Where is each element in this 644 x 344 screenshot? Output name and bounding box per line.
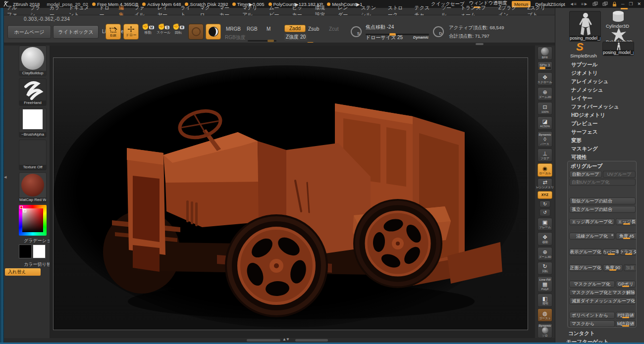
scale-button[interactable]: ✊S スケール [157, 24, 171, 35]
tool-posing-small-slot[interactable]: posing_model_p [602, 42, 634, 56]
bottom-scroll-handle[interactable] [247, 339, 280, 342]
cluster-slider[interactable]: クラスタ [620, 248, 637, 255]
lightbox-button[interactable]: ライトボックス [53, 25, 99, 39]
move3d-button[interactable]: ✥移動 [537, 232, 552, 246]
section-deformation[interactable]: 変形 [571, 137, 582, 144]
merge-stray-groups-button[interactable]: 孤立グループの結合 [569, 206, 636, 213]
aahalf-button[interactable]: ◪AC50% [537, 116, 552, 130]
close-button[interactable]: ✕ [637, 1, 641, 6]
scroll-arrows-icon[interactable]: ▲▼ [282, 337, 289, 342]
current-texture-slot[interactable]: Texture Off [19, 140, 47, 170]
dynamic-draw-size-button[interactable]: D [433, 26, 444, 37]
scrub-right-icon[interactable]: ≡► [581, 1, 588, 6]
solo-button[interactable]: Dynamicソロ [537, 323, 552, 338]
edge-length-slider[interactable]: エッジ長 [616, 218, 637, 225]
rgb-intensity-button[interactable]: RGB強度 [225, 34, 246, 41]
polypaint-tolerance-slider[interactable]: P許容値 [616, 312, 636, 319]
zadd-button[interactable]: Zadd [284, 25, 306, 32]
zsub-button[interactable]: Zsub [308, 26, 319, 32]
transparency-button[interactable]: ◧透明 [537, 294, 552, 307]
from-polypaint-button[interactable]: ポリペイントから [569, 312, 615, 319]
group-front-button[interactable]: 正面グループ化 [569, 264, 602, 271]
current-tool-slot[interactable]: posing_model_p [569, 11, 601, 42]
m-button[interactable]: M [267, 26, 270, 32]
actual-size-button[interactable]: ⊡100% [537, 102, 552, 115]
swap-color-button[interactable]: 入れ替え [5, 268, 41, 276]
lsym-button[interactable]: ⇄レシンメトリ [537, 178, 552, 190]
zoom2d-button[interactable]: ⊕ズーム2D [537, 87, 552, 100]
auto-uv-groups-button[interactable]: 自動UVグループ化 [569, 179, 636, 186]
material-slot-button[interactable] [206, 24, 221, 40]
normals-angle-slider[interactable]: 角度45 [616, 233, 637, 240]
group-masked-button[interactable]: マスクグループ化 [569, 281, 615, 288]
current-stroke-slot[interactable]: FreeHand [19, 78, 47, 106]
truck-3d-model[interactable] [54, 58, 528, 330]
bpr-render-button[interactable]: BPR [537, 47, 552, 60]
texture-slot-button[interactable] [188, 24, 204, 40]
rotate-z-button[interactable]: ↺ [539, 209, 550, 216]
section-fibermesh[interactable]: ファイバーメッシュ [571, 103, 619, 110]
section-preview[interactable]: プレビュー [571, 120, 597, 127]
color-picker[interactable] [19, 205, 47, 236]
minimize-button[interactable]: ─ [621, 1, 624, 6]
move-button[interactable]: ✊M 移動 [142, 24, 154, 35]
simplebrush-thumb[interactable]: S [576, 41, 584, 53]
from-mask-button[interactable]: マスクから [569, 320, 615, 327]
rgb-button[interactable]: RGB [247, 26, 258, 32]
mask-tolerance-slider[interactable]: M許容値 [616, 320, 636, 327]
edit-button[interactable]: Edit [106, 24, 121, 40]
cascade-windows-icon[interactable] [592, 1, 598, 6]
mrgb-button[interactable]: MRGB [226, 26, 241, 32]
lock-icon[interactable] [612, 1, 617, 7]
z-intensity-label[interactable]: Z強度 20 [284, 34, 307, 41]
perspective-button[interactable]: Dynamic◊パース [537, 131, 552, 147]
floor-button[interactable]: ⊥フロア [537, 148, 552, 162]
rotate-button[interactable]: ✊R 回転 [172, 24, 184, 35]
regroup-by-edge-button[interactable]: エッジ再グループ化 [569, 218, 615, 225]
homepage-button[interactable]: ホームページ [7, 25, 51, 39]
ghost-button[interactable]: ◍ゴースト [537, 308, 552, 322]
restore-button[interactable]: ❐ [629, 1, 633, 6]
group-by-normals-button[interactable]: 法線グループ化 [569, 233, 615, 240]
cascade-windows-icon[interactable] [602, 1, 608, 6]
section-surface[interactable]: サーフェス [571, 129, 597, 136]
bottom-scroll-handle[interactable] [295, 339, 328, 342]
spix-slider[interactable]: SPix 3 [537, 61, 552, 71]
rgb-intensity-slider[interactable] [248, 40, 276, 42]
polyframe-button[interactable]: Line Fill▦PolyF [537, 276, 552, 292]
document-viewport[interactable] [53, 57, 528, 330]
cylinder3d-thumb[interactable] [611, 10, 626, 23]
section-arraymesh[interactable]: アレイメッシュ [571, 78, 608, 85]
gp-poly-slider[interactable]: GPポリ [616, 281, 636, 288]
section-nanomesh[interactable]: ナノメッシュ [571, 87, 603, 94]
section-subtool[interactable]: サブツール [571, 61, 597, 68]
canvas-area[interactable] [50, 46, 535, 338]
merge-similar-groups-button[interactable]: 類似グループの結合 [569, 197, 636, 204]
section-hdgeometry[interactable]: HDジオメトリ [571, 112, 605, 119]
main-color-swatch[interactable] [19, 245, 32, 258]
polygroups-header[interactable]: ポリグループ [571, 163, 602, 170]
frame-button[interactable]: ▣フレーム [537, 218, 552, 231]
tool-simplebrush[interactable]: SimpleBrush [570, 53, 597, 58]
section-geometry[interactable]: ジオメトリ [571, 70, 598, 77]
local-symmetry-button[interactable]: ◉ローカル [537, 163, 552, 177]
rotate-y-button[interactable]: ↻ [539, 200, 550, 207]
groups-visible-button[interactable]: 表示グループ化 [569, 248, 602, 255]
current-brush-slot[interactable]: ClayBuildup [19, 46, 47, 76]
section-layers[interactable]: レイヤー [571, 95, 592, 102]
uv-groups-button[interactable]: UVグループ [603, 171, 636, 178]
section-contact[interactable]: コンタクト [568, 330, 595, 337]
group-masked-clear-mask-button[interactable]: マスクグループ化とマスク解除 [569, 289, 636, 296]
dynamesh-sub-group-button[interactable]: 減算ダイナメッシュグループ化 [569, 297, 636, 304]
section-visibility[interactable]: 可視性 [571, 154, 587, 161]
zcut-button[interactable]: Zcut [329, 26, 338, 32]
tray-collapse-arrow-icon[interactable]: ◀ [4, 175, 6, 179]
zoom3d-button[interactable]: ⊕ズーム3D [537, 247, 552, 260]
section-masking[interactable]: マスキング [571, 146, 598, 152]
current-material-slot[interactable]: MatCap Red Wax [19, 172, 47, 203]
sculptris-pro-button[interactable]: S [351, 26, 362, 37]
current-alpha-slot[interactable]: ~BrushAlpha [19, 108, 47, 138]
cover-slider[interactable]: カバー率 [603, 248, 619, 255]
scroll-button[interactable]: ✥スクロール [537, 72, 552, 86]
auto-groups-button[interactable]: 自動グループ [569, 171, 602, 178]
